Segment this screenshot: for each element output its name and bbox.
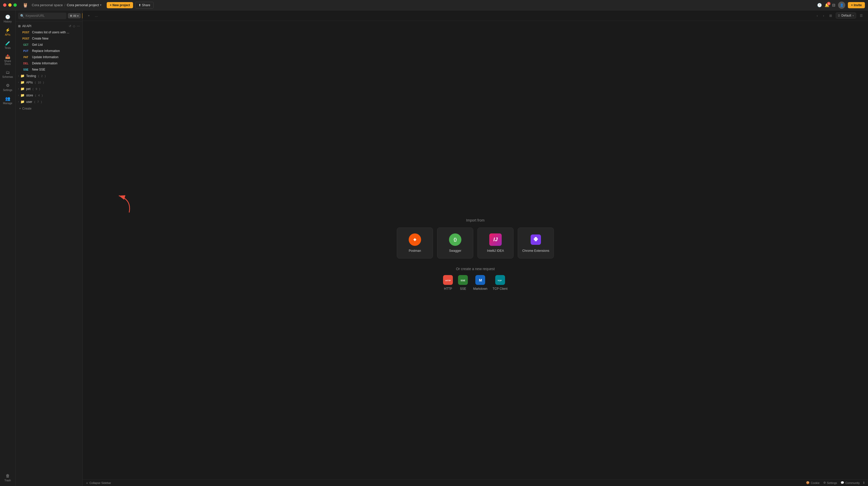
main-content: + ... ‹ › ⊞ D Default ▾ ☰ bbox=[83, 10, 868, 486]
folder-user[interactable]: › 📁 user (7) bbox=[16, 98, 83, 105]
sidebar-item-apis[interactable]: ⚡ APIs bbox=[1, 26, 14, 38]
main-container: 🕐 History ⚡ APIs 🧪 Tests 📤 Share Docs 🗂 … bbox=[0, 10, 868, 486]
more-options-button[interactable]: ... bbox=[94, 13, 99, 18]
api-item-create-new[interactable]: POST Create New bbox=[16, 35, 83, 41]
http-type-button[interactable]: HTTP HTTP bbox=[443, 275, 453, 291]
settings-icon: ⚙ bbox=[6, 83, 9, 88]
nav-fwd-button[interactable]: › bbox=[822, 13, 826, 18]
sidebar-item-history[interactable]: 🕐 History bbox=[1, 12, 14, 25]
method-badge-pat: PAT bbox=[21, 56, 30, 59]
api-item-delete[interactable]: DEL Delete Information bbox=[16, 60, 83, 66]
method-badge-post: POST bbox=[21, 31, 30, 34]
search-input-wrapper[interactable]: 🔍 bbox=[18, 13, 66, 19]
info-icon: ℹ bbox=[863, 481, 864, 484]
clock-icon[interactable]: 🕐 bbox=[817, 3, 822, 7]
import-card-chrome[interactable]: Chrome Extensions bbox=[518, 228, 554, 258]
sidebar-item-tests[interactable]: 🧪 Tests bbox=[1, 39, 14, 52]
app-logo: 🦉 bbox=[23, 2, 28, 8]
cookie-button[interactable]: 🍪 Cookie bbox=[806, 481, 819, 484]
nav-sidebar: 🕐 History ⚡ APIs 🧪 Tests 📤 Share Docs 🗂 … bbox=[0, 10, 16, 486]
schemas-icon: 🗂 bbox=[6, 70, 10, 75]
folder-testing[interactable]: › 📁 Testing (2) bbox=[16, 73, 83, 79]
apis-icon: ⚡ bbox=[5, 28, 10, 33]
content-toolbar: + ... ‹ › ⊞ D Default ▾ ☰ bbox=[83, 10, 868, 21]
api-item-creates-list[interactable]: POST Creates list of users with ... bbox=[16, 29, 83, 35]
sse-type-button[interactable]: SSE SSE bbox=[458, 275, 468, 291]
grid-icon: ⊞ bbox=[18, 24, 21, 28]
search-input[interactable] bbox=[26, 14, 64, 18]
method-badge-sse: SSE bbox=[21, 68, 30, 72]
filter-dropdown[interactable]: All ▾ bbox=[68, 13, 81, 18]
folder-icon-2: 📁 bbox=[21, 80, 25, 84]
notifications[interactable]: 🔔 3 bbox=[825, 3, 830, 7]
history-icon: 🕐 bbox=[5, 15, 10, 19]
breadcrumb-project[interactable]: Cora personal project ▾ bbox=[67, 3, 101, 7]
new-project-button[interactable]: + New project bbox=[107, 2, 133, 8]
nav-back-button[interactable]: ‹ bbox=[815, 13, 819, 18]
sidebar-item-schemas[interactable]: 🗂 Schemas bbox=[1, 68, 14, 80]
svg-text:TCP: TCP bbox=[498, 280, 502, 282]
folder-store[interactable]: › 📁 store (4) bbox=[16, 92, 83, 98]
settings-bottom-icon: ⚙ bbox=[823, 481, 826, 484]
env-chevron-icon: ▾ bbox=[852, 14, 854, 17]
settings-small-icon[interactable]: ◇ bbox=[73, 24, 75, 28]
invite-button[interactable]: + Invite bbox=[848, 2, 865, 8]
folder-icon-5: 📁 bbox=[21, 100, 25, 104]
titlebar-actions: + New project ⬆ Share bbox=[107, 2, 154, 8]
plus-icon: + bbox=[19, 107, 21, 110]
collapse-sidebar-button[interactable]: « Collapse Sidebar bbox=[86, 481, 111, 484]
sidebar-item-trash[interactable]: 🗑 Trash bbox=[1, 471, 14, 484]
minimize-button[interactable] bbox=[8, 3, 11, 7]
markdown-icon: M bbox=[475, 275, 485, 285]
avatar[interactable]: 👤 bbox=[838, 2, 845, 9]
chevron-right-icon-3: › bbox=[18, 87, 19, 90]
folder-apis[interactable]: › 📁 APIs (10) bbox=[16, 79, 83, 86]
api-item-sse[interactable]: SSE New SSE bbox=[16, 66, 83, 73]
close-button[interactable] bbox=[3, 3, 6, 7]
arrow-annotation bbox=[108, 194, 140, 215]
sidebar-item-share-docs[interactable]: 📤 Share Docs bbox=[1, 52, 14, 67]
api-item-update[interactable]: PAT Update Information bbox=[16, 54, 83, 60]
titlebar-right: 🕐 🔔 3 ⊟ 👤 + Invite bbox=[817, 2, 865, 9]
share-button[interactable]: ⬆ Share bbox=[135, 2, 153, 8]
markdown-type-button[interactable]: M Markdown bbox=[473, 275, 487, 291]
sidebar-item-settings[interactable]: ⚙ Settings bbox=[1, 81, 14, 93]
info-button[interactable]: ℹ bbox=[863, 481, 864, 484]
folder-icon: 📁 bbox=[21, 74, 25, 78]
tcp-type-button[interactable]: TCP TCP Client bbox=[493, 275, 507, 291]
share-docs-icon: 📤 bbox=[5, 54, 10, 59]
svg-text:HTTP: HTTP bbox=[445, 280, 451, 282]
api-item-replace[interactable]: PUT Replace Information bbox=[16, 48, 83, 54]
environment-selector[interactable]: D Default ▾ bbox=[836, 12, 856, 19]
http-label: HTTP bbox=[444, 287, 452, 291]
create-button[interactable]: + Create bbox=[16, 105, 83, 112]
method-badge-del: DEL bbox=[21, 62, 30, 65]
menu-button[interactable]: ☰ bbox=[858, 13, 864, 18]
layout-icon[interactable]: ⊟ bbox=[832, 3, 835, 7]
import-card-intellij[interactable]: IJ IntelliJ IDEA bbox=[477, 228, 514, 258]
sidebar-item-manage[interactable]: 👥 Manage bbox=[1, 94, 14, 107]
dot-icon bbox=[70, 15, 72, 17]
layout-toggle-icon[interactable]: ⊞ bbox=[828, 13, 834, 18]
maximize-button[interactable] bbox=[13, 3, 17, 7]
add-tab-button[interactable]: + bbox=[86, 13, 91, 18]
import-cards: Postman {} Swagger IJ IntelliJ IDEA bbox=[397, 228, 554, 258]
import-card-postman[interactable]: Postman bbox=[397, 228, 433, 258]
bottom-bar-right: 🍪 Cookie ⚙ Settings 💬 Community ℹ bbox=[806, 481, 864, 484]
http-icon: HTTP bbox=[443, 275, 453, 285]
sse-label: SSE bbox=[460, 287, 466, 291]
intellij-icon: IJ bbox=[489, 233, 502, 246]
window-controls bbox=[3, 3, 17, 7]
folder-pet[interactable]: › 📁 pet (9) bbox=[16, 86, 83, 92]
all-api-header[interactable]: ⊞ All API ↺ ◇ ⋯ bbox=[16, 23, 83, 29]
project-chevron-icon: ▾ bbox=[100, 3, 101, 7]
community-button[interactable]: 💬 Community bbox=[841, 481, 860, 484]
svg-text:SSE: SSE bbox=[461, 279, 465, 282]
api-item-get-list[interactable]: GET Get List bbox=[16, 41, 83, 48]
trash-icon: 🗑 bbox=[6, 474, 10, 478]
more-icon[interactable]: ⋯ bbox=[77, 24, 80, 28]
section-actions: ↺ ◇ ⋯ bbox=[69, 24, 80, 28]
import-card-swagger[interactable]: {} Swagger bbox=[437, 228, 473, 258]
refresh-icon[interactable]: ↺ bbox=[69, 24, 71, 28]
settings-bottom-button[interactable]: ⚙ Settings bbox=[823, 481, 837, 484]
